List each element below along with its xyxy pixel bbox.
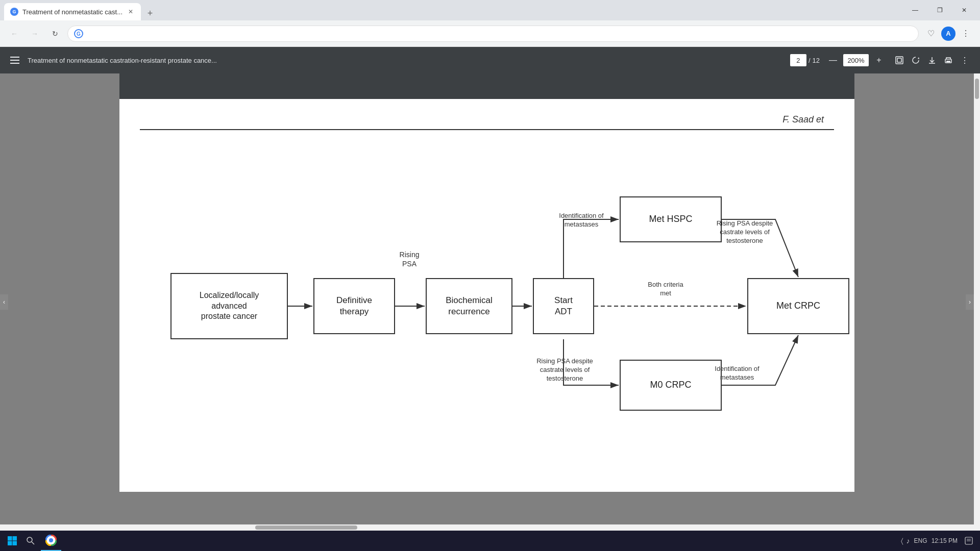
start-button[interactable] — [4, 533, 20, 549]
svg-rect-2 — [896, 57, 903, 64]
volume-icon: ♪ — [906, 537, 910, 545]
address-bar-row: ← → ↻ G ♡ A ⋮ — [0, 20, 980, 47]
svg-rect-14 — [8, 541, 12, 546]
label-both-criteria: Both criteriamet — [635, 281, 696, 298]
svg-rect-15 — [13, 541, 17, 546]
box-biochemical-label: Biochemicalrecurrence — [446, 295, 493, 317]
active-tab[interactable]: G Treatment of nonmetastatic cast... ✕ — [4, 3, 141, 20]
maximize-button[interactable]: ❐ — [928, 0, 951, 20]
minimize-button[interactable]: — — [903, 0, 927, 20]
system-tray-icons: 〈 ♪ — [901, 537, 910, 545]
svg-rect-3 — [897, 58, 901, 62]
page-number-input[interactable]: 2 — [790, 54, 806, 66]
svg-point-16 — [27, 537, 32, 542]
taskbar-right: 〈 ♪ ENG 12:15 PM — [901, 534, 976, 548]
tab-favicon: G — [10, 8, 18, 16]
pdf-main-content: F. Saad et — [119, 99, 854, 457]
box-met-crpc-label: Met CRPC — [776, 300, 820, 312]
svg-line-17 — [32, 542, 34, 544]
total-pages: 12 — [813, 57, 820, 64]
svg-text:G: G — [77, 31, 81, 37]
google-icon: G — [74, 29, 83, 38]
clock: 12:15 PM — [932, 537, 958, 544]
extensions-button[interactable]: ♡ — [923, 26, 939, 42]
svg-rect-13 — [13, 536, 17, 541]
box-met-crpc: Met CRPC — [747, 278, 849, 334]
pdf-dark-bar — [119, 73, 854, 99]
bottom-scroll-thumb[interactable] — [255, 525, 357, 530]
time-display: 12:15 PM — [932, 537, 958, 544]
box-definitive: Definitivetherapy — [313, 278, 395, 334]
zoom-value[interactable]: 200% — [843, 54, 869, 66]
label-rising-psa-castrate-top-text: Rising PSA despitecastrate levels oftest… — [717, 219, 773, 244]
box-biochemical: Biochemicalrecurrence — [426, 278, 512, 334]
page-separator: / — [808, 57, 811, 64]
author-line: F. Saad et — [140, 114, 834, 125]
page-navigation: 2 / 12 — [790, 54, 820, 66]
box-localized: Localized/locallyadvancedprostate cancer — [170, 273, 288, 339]
flowchart: Localized/locallyadvancedprostate cancer… — [140, 140, 844, 436]
label-rising-psa-castrate-bottom-text: Rising PSA despitecastrate levels oftest… — [536, 357, 593, 382]
label-rising-psa-castrate-top: Rising PSA despitecastrate levels oftest… — [704, 219, 786, 245]
zoom-out-button[interactable]: — — [826, 53, 840, 67]
close-button[interactable]: ✕ — [952, 0, 976, 20]
svg-point-19 — [49, 538, 53, 542]
content-divider — [140, 129, 834, 130]
label-id-metastases-top-text: Identification ofmetastases — [559, 212, 603, 228]
box-start-adt-label: StartADT — [554, 295, 573, 317]
address-bar[interactable]: G — [67, 26, 919, 42]
label-id-metastases-bottom-text: Identification ofmetastases — [715, 365, 759, 381]
taskbar-chrome[interactable] — [41, 531, 61, 551]
pdf-title: Treatment of nonmetastatic castration-re… — [28, 57, 784, 64]
window-controls: — ❐ ✕ — [903, 0, 976, 20]
label-rising-psa-castrate-bottom: Rising PSA despitecastrate levels oftest… — [523, 357, 607, 383]
label-both-criteria-text: Both criteriamet — [648, 281, 683, 297]
box-met-hspc-label: Met HSPC — [649, 213, 692, 225]
label-id-metastases-bottom: Identification ofmetastases — [701, 365, 773, 382]
pdf-page: F. Saad et — [119, 73, 854, 492]
forward-button[interactable]: → — [27, 26, 43, 42]
taskbar: 〈 ♪ ENG 12:15 PM — [0, 531, 980, 551]
tab-close-button[interactable]: ✕ — [127, 8, 135, 16]
fit-page-button[interactable] — [892, 53, 906, 67]
box-start-adt: StartADT — [533, 278, 594, 334]
rotate-button[interactable] — [909, 53, 923, 67]
tab-title: Treatment of nonmetastatic cast... — [22, 8, 122, 16]
network-icon: 〈 — [901, 537, 903, 545]
bottom-scrollbar[interactable] — [0, 524, 974, 531]
download-button[interactable] — [925, 53, 939, 67]
new-tab-button[interactable]: + — [143, 6, 157, 20]
notification-button[interactable] — [962, 534, 976, 548]
hamburger-menu[interactable] — [8, 55, 21, 66]
pdf-toolbar-right: ⋮ — [892, 53, 972, 67]
box-localized-label: Localized/locallyadvancedprostate cancer — [200, 290, 259, 322]
scroll-left[interactable]: ‹ — [0, 294, 8, 310]
label-rising-psa: RisingPSA — [394, 250, 425, 268]
profile-icon[interactable]: A — [941, 27, 955, 41]
back-button[interactable]: ← — [6, 26, 22, 42]
label-rising-psa-text: RisingPSA — [400, 251, 420, 268]
browser-title-bar: G Treatment of nonmetastatic cast... ✕ +… — [0, 0, 980, 20]
print-button[interactable] — [941, 53, 955, 67]
content-area: ‹ › F. Saad et — [0, 73, 974, 531]
scroll-thumb[interactable] — [975, 79, 979, 99]
tab-bar: G Treatment of nonmetastatic cast... ✕ + — [4, 0, 157, 20]
menu-button[interactable]: ⋮ — [958, 26, 974, 42]
label-id-metastases-top: Identification ofmetastases — [548, 212, 615, 229]
taskbar-search[interactable] — [22, 533, 39, 549]
zoom-in-button[interactable]: + — [872, 53, 886, 67]
svg-rect-12 — [8, 536, 12, 541]
box-definitive-label: Definitivetherapy — [336, 295, 372, 317]
right-scrollbar[interactable] — [974, 73, 980, 531]
more-options-button[interactable]: ⋮ — [958, 53, 972, 67]
box-m0-crpc-label: M0 CRPC — [650, 379, 691, 391]
pdf-toolbar: Treatment of nonmetastatic castration-re… — [0, 47, 980, 73]
reload-button[interactable]: ↻ — [47, 26, 63, 42]
language-indicator: ENG — [914, 537, 927, 544]
toolbar-right: ♡ A ⋮ — [923, 26, 974, 42]
scroll-right[interactable]: › — [966, 294, 974, 310]
svg-rect-5 — [946, 61, 950, 62]
pdf-zoom-controls: — 200% + — [826, 53, 886, 67]
